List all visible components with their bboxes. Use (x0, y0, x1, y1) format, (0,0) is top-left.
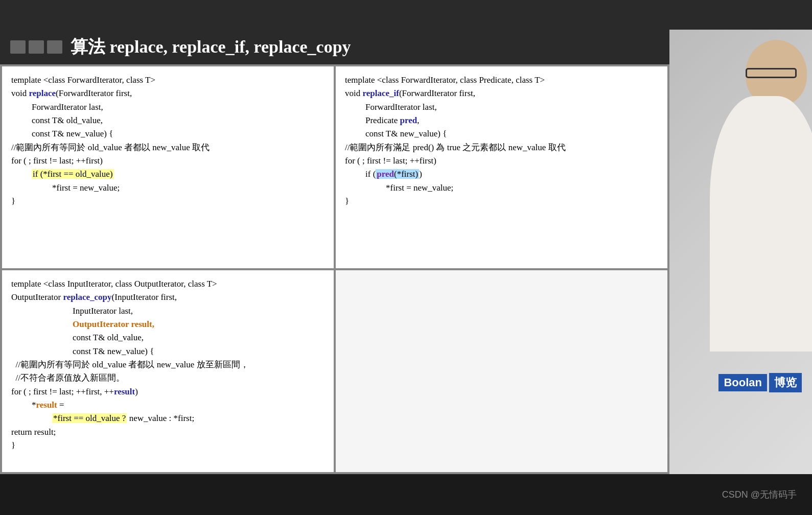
line-8: if (*first == old_value) (11, 168, 324, 181)
boolan-text: Boolan (718, 374, 767, 391)
result-assign: result (36, 400, 57, 410)
slide-header: 算法 replace, replace_if, replace_copy (0, 30, 669, 64)
rc-line-6: const T& new_value) { (11, 345, 324, 358)
line-4: const T& old_value, (11, 114, 324, 127)
output-iterator-result: OutputIterator result, (73, 319, 154, 329)
line-2: void replace(ForwardIterator first, (11, 87, 324, 100)
header-icons (10, 40, 62, 54)
icon3 (47, 40, 62, 54)
rc-line-11: *first == old_value ? new_value : *first… (11, 412, 324, 425)
pred-keyword: pred (400, 115, 417, 125)
rc-line-13: } (11, 439, 324, 452)
person-area: Boolan 博览 (669, 30, 812, 474)
code-box-empty (335, 269, 668, 473)
ri-line-4: Predicate pred, (345, 114, 658, 127)
slide-area: 算法 replace, replace_if, replace_copy tem… (0, 30, 669, 474)
code-box-replace: template <class ForwardIterator, class T… (1, 65, 335, 269)
icon2 (29, 40, 44, 54)
top-bar (0, 0, 812, 30)
ri-line-9: *first = new_value; (345, 181, 658, 195)
line-6: //範圍內所有等同於 old_value 者都以 new_value 取代 (11, 141, 324, 154)
icon1 (10, 40, 26, 54)
line-7: for ( ; first != last; ++first) (11, 154, 324, 168)
ri-line-10: } (345, 195, 658, 208)
rc-line-8: //不符合者原值放入新區間。 (11, 371, 324, 385)
code-box-replace-if: template <class ForwardIterator, class P… (335, 65, 668, 269)
line-5: const T& new_value) { (11, 127, 324, 141)
line-3: ForwardIterator last, (11, 101, 324, 114)
replace-copy-keyword: replace_copy (63, 292, 112, 302)
highlight-pred: pred(*first) (376, 169, 419, 179)
ri-line-3: ForwardIterator last, (345, 101, 658, 114)
ri-line-2: void replace_if(ForwardIterator first, (345, 87, 658, 100)
rc-line-1: template <class InputIterator, class Out… (11, 277, 324, 291)
rc-line-9: for ( ; first != last; ++first, ++result… (11, 385, 324, 399)
rc-line-3: InputIterator last, (11, 305, 324, 318)
rc-line-5: const T& old_value, (11, 331, 324, 344)
rc-line-10: *result = (11, 399, 324, 412)
csdn-watermark: CSDN @无情码手 (722, 488, 797, 501)
slide-title: 算法 replace, replace_if, replace_copy (71, 35, 351, 59)
bottom-bar: CSDN @无情码手 (0, 474, 812, 515)
person-body (710, 96, 812, 352)
person-silhouette: Boolan 博览 (669, 30, 812, 474)
rc-line-2: OutputIterator replace_copy(InputIterato… (11, 291, 324, 304)
rc-line-7: //範圍內所有等同於 old_value 者都以 new_value 放至新區間… (11, 358, 324, 371)
line-1: template <class ForwardIterator, class T… (11, 74, 324, 87)
result-keyword2: result (114, 387, 135, 396)
ri-line-1: template <class ForwardIterator, class P… (345, 74, 658, 87)
ri-line-8: if (pred(*first)) (345, 168, 658, 181)
ri-line-6: //範圍內所有滿足 pred() 為 true 之元素都以 new_value … (345, 141, 658, 154)
replace-keyword: replace (29, 88, 56, 98)
rc-line-12: return result; (11, 426, 324, 439)
boolan-chinese: 博览 (769, 373, 802, 392)
code-box-replace-copy: template <class InputIterator, class Out… (1, 269, 335, 473)
line-10: } (11, 195, 324, 208)
content-area: template <class ForwardIterator, class T… (0, 64, 669, 474)
pred-call: pred (377, 169, 394, 179)
boolan-logo: Boolan 博览 (718, 373, 802, 392)
ternary-highlight: *first == old_value ? (52, 413, 127, 423)
ri-line-7: for ( ; first != last; ++first) (345, 154, 658, 168)
glasses-icon (746, 68, 797, 78)
line-9: *first = new_value; (11, 181, 324, 195)
rc-line-4: OutputIterator result, (11, 318, 324, 331)
replace-if-keyword: replace_if (362, 88, 399, 98)
highlight-if-first: if (*first == old_value) (32, 169, 114, 179)
ri-line-5: const T& new_value) { (345, 127, 658, 141)
